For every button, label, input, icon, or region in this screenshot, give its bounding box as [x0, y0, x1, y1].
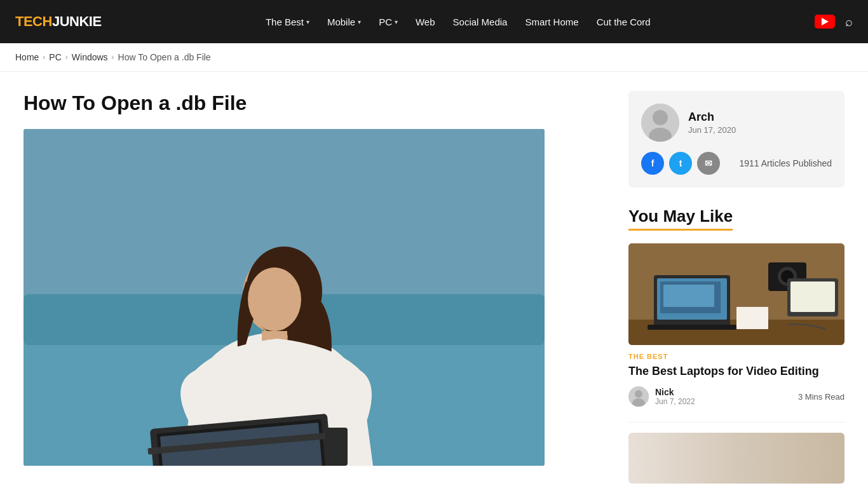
article-image-svg: [24, 129, 545, 466]
logo-junkie: JUNKIE: [52, 13, 102, 29]
site-logo[interactable]: TECHJUNKIE: [15, 13, 102, 30]
recommended-card-1: THE BEST The Best Laptops for Video Edit…: [628, 243, 844, 407]
articles-count: 1911 Articles Published: [739, 158, 832, 168]
rec-meta-1: Nick Jun 7, 2022 3 Mins Read: [628, 386, 844, 407]
article-title: How To Open a .db File: [24, 91, 603, 115]
rec-divider: [628, 422, 844, 423]
svg-point-31: [635, 390, 642, 398]
svg-rect-28: [790, 281, 835, 312]
email-icon: ✉: [705, 158, 712, 168]
author-avatar: [641, 104, 679, 142]
breadcrumb-home[interactable]: Home: [15, 52, 39, 62]
nav-list: The Best ▾ Mobile ▾ PC ▾ Web Social Medi…: [266, 17, 651, 27]
twitter-icon: t: [679, 158, 682, 168]
rec-author-name-1: Nick: [655, 387, 695, 397]
logo-tech: TECH: [15, 13, 52, 29]
main-layout: How To Open a .db File: [8, 72, 860, 488]
sidebar: Arch Jun 17, 2020 f t ✉ 1911 Articles P: [628, 91, 844, 484]
breadcrumb: Home › PC › Windows › How To Open a .db …: [0, 43, 868, 72]
rec-image-svg: [628, 243, 844, 345]
nav-item-cut-the-cord[interactable]: Cut the Cord: [597, 17, 651, 27]
author-info: Arch Jun 17, 2020: [688, 111, 832, 135]
author-name: Arch: [688, 111, 832, 124]
site-header: TECHJUNKIE The Best ▾ Mobile ▾ PC ▾ Web …: [0, 0, 868, 43]
facebook-icon: f: [651, 158, 654, 168]
svg-point-15: [653, 110, 668, 125]
breadcrumb-windows[interactable]: Windows: [72, 52, 108, 62]
svg-rect-29: [736, 307, 768, 329]
author-card: Arch Jun 17, 2020 f t ✉ 1911 Articles P: [628, 91, 844, 187]
rec-author-info-1: Nick Jun 7, 2022: [655, 387, 695, 406]
nav-item-smart-home[interactable]: Smart Home: [525, 17, 578, 27]
rec-avatar-1: [628, 386, 649, 407]
chevron-down-icon: ▾: [358, 18, 361, 25]
article-section: How To Open a .db File: [24, 91, 603, 484]
recommended-card-2-image[interactable]: [628, 433, 844, 484]
author-top: Arch Jun 17, 2020: [641, 104, 832, 142]
svg-rect-21: [648, 325, 736, 330]
svg-rect-23: [663, 285, 714, 307]
author-social: f t ✉ 1911 Articles Published: [641, 152, 832, 175]
rec-author-1: Nick Jun 7, 2022: [628, 386, 695, 407]
header-icons: ⌕: [815, 15, 853, 29]
breadcrumb-sep-3: ›: [112, 53, 114, 62]
article-featured-image: [24, 129, 545, 466]
breadcrumb-sep-1: ›: [43, 53, 45, 62]
svg-point-7: [248, 268, 301, 331]
rec-read-time-1: 3 Mins Read: [798, 392, 844, 402]
breadcrumb-pc[interactable]: PC: [49, 52, 61, 62]
breadcrumb-sep-2: ›: [65, 53, 68, 62]
social-buttons: f t ✉: [641, 152, 720, 175]
nav-item-pc[interactable]: PC ▾: [379, 17, 398, 27]
twitter-button[interactable]: t: [669, 152, 692, 175]
rec-tag-1: THE BEST: [628, 353, 844, 360]
nav-item-web[interactable]: Web: [416, 17, 435, 27]
breadcrumb-current: How To Open a .db File: [118, 52, 211, 62]
rec-title-1[interactable]: The Best Laptops for Video Editing: [628, 364, 844, 379]
facebook-button[interactable]: f: [641, 152, 664, 175]
chevron-down-icon: ▾: [395, 18, 398, 25]
rec-image-1[interactable]: [628, 243, 844, 345]
you-may-like-section: You May Like: [628, 207, 844, 484]
email-button[interactable]: ✉: [697, 152, 720, 175]
author-date: Jun 17, 2020: [688, 125, 832, 135]
nav-item-the-best[interactable]: The Best ▾: [266, 17, 309, 27]
search-button[interactable]: ⌕: [845, 15, 853, 28]
nav-item-social-media[interactable]: Social Media: [453, 17, 508, 27]
you-may-like-title: You May Like: [628, 207, 733, 231]
nav-item-mobile[interactable]: Mobile ▾: [327, 17, 361, 27]
youtube-icon[interactable]: [815, 15, 835, 29]
rec-author-date-1: Jun 7, 2022: [655, 397, 695, 406]
chevron-down-icon: ▾: [306, 18, 309, 25]
article-image-content: [24, 129, 545, 466]
main-nav: The Best ▾ Mobile ▾ PC ▾ Web Social Medi…: [266, 17, 651, 27]
